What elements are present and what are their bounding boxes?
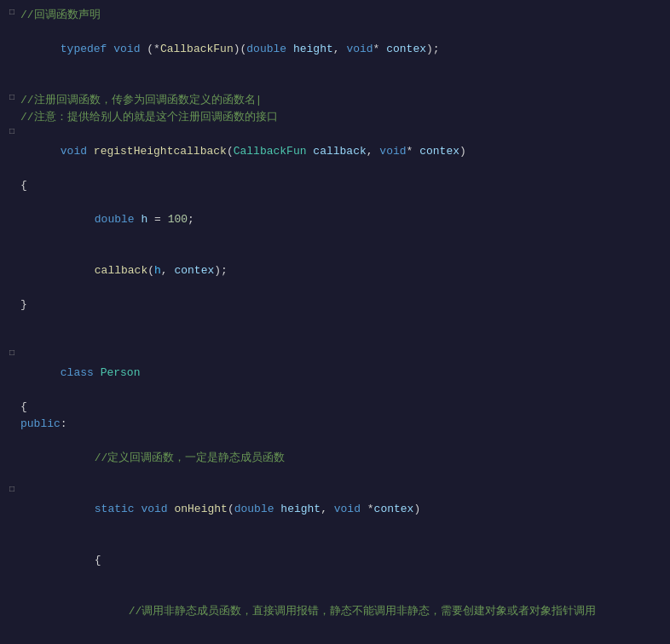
code-line-12 — [0, 331, 670, 348]
code-line-20: Person* p = (Person*)contex; — [0, 637, 670, 644]
code-line-2: typedef void (*CallbackFun)(double heigh… — [0, 24, 670, 75]
code-line-9: callback(h, contex); — [0, 245, 670, 296]
code-line-18: { — [0, 535, 670, 586]
code-line-1: □ //回调函数声明 — [0, 7, 670, 24]
code-line-11 — [0, 313, 670, 331]
code-line-14: { — [0, 399, 670, 416]
fold-17[interactable]: □ — [3, 484, 20, 496]
code-line-17: □ static void onHeight(double height, vo… — [0, 484, 670, 535]
fold-4[interactable]: □ — [3, 92, 20, 104]
code-editor: □ //回调函数声明 typedef void (*CallbackFun)(d… — [0, 0, 670, 644]
code-line-7: { — [0, 177, 670, 194]
code-line-3 — [0, 75, 670, 92]
fold-1[interactable]: □ — [3, 7, 20, 19]
code-line-16: //定义回调函数，一定是静态成员函数 — [0, 433, 670, 484]
code-line-13: □ class Person — [0, 348, 670, 399]
code-line-15: public: — [0, 416, 670, 433]
code-line-5: //注意：提供给别人的就是这个注册回调函数的接口 — [0, 109, 670, 126]
code-line-10: } — [0, 296, 670, 313]
fold-6[interactable]: □ — [3, 126, 20, 138]
code-line-6: □ void registHeightcallback(CallbackFun … — [0, 126, 670, 177]
code-line-19: //调用非静态成员函数，直接调用报错，静态不能调用非静态，需要创建对象或者对象指… — [0, 586, 670, 637]
code-line-8: double h = 100; — [0, 194, 670, 245]
code-line-4: □ //注册回调函数，传参为回调函数定义的函数名| — [0, 92, 670, 109]
fold-13[interactable]: □ — [3, 348, 20, 359]
